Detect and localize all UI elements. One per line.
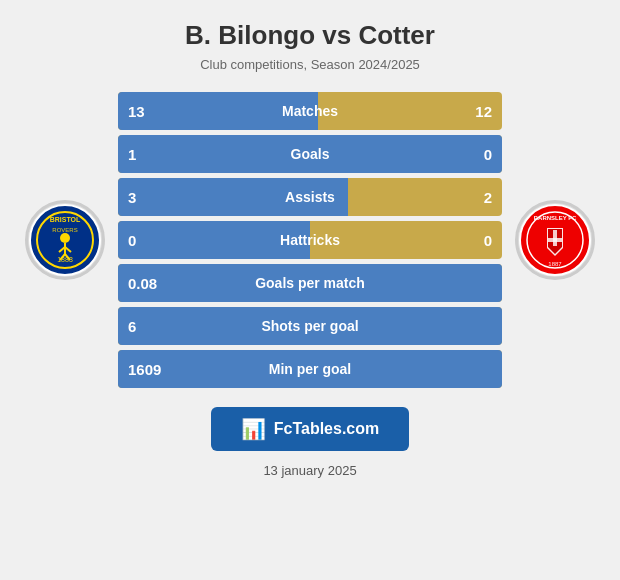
stat-left-shots_per_goal: 6 bbox=[128, 318, 136, 335]
stat-label-matches: Matches bbox=[282, 103, 338, 119]
svg-text:ROVERS: ROVERS bbox=[52, 227, 77, 233]
right-club-logo: BARNSLEY FC 1887 bbox=[510, 200, 600, 280]
stat-row-hattricks: 0Hattricks0 bbox=[118, 221, 502, 259]
stat-label-assists: Assists bbox=[285, 189, 335, 205]
page-subtitle: Club competitions, Season 2024/2025 bbox=[200, 57, 420, 72]
stats-container: 13Matches121Goals03Assists20Hattricks00.… bbox=[118, 92, 502, 388]
stat-left-goals: 1 bbox=[128, 146, 136, 163]
stat-left-assists: 3 bbox=[128, 189, 136, 206]
stat-label-hattricks: Hattricks bbox=[280, 232, 340, 248]
fctables-icon: 📊 bbox=[241, 417, 266, 441]
footer-date: 13 january 2025 bbox=[263, 463, 356, 478]
svg-text:BARNSLEY FC: BARNSLEY FC bbox=[534, 215, 577, 221]
stat-left-goals_per_match: 0.08 bbox=[128, 275, 157, 292]
stat-right-goals: 0 bbox=[484, 146, 492, 163]
svg-point-5 bbox=[60, 233, 70, 243]
stat-row-goals: 1Goals0 bbox=[118, 135, 502, 173]
stat-right-assists: 2 bbox=[484, 189, 492, 206]
fctables-text: FcTables.com bbox=[274, 420, 380, 438]
stat-row-matches: 13Matches12 bbox=[118, 92, 502, 130]
stat-label-min_per_goal: Min per goal bbox=[269, 361, 351, 377]
left-club-logo: BRISTOL ROVERS 1883 bbox=[20, 200, 110, 280]
fctables-banner: 📊 FcTables.com bbox=[211, 407, 410, 451]
stat-left-matches: 13 bbox=[128, 103, 145, 120]
stat-row-goals_per_match: 0.08Goals per match bbox=[118, 264, 502, 302]
stat-row-min_per_goal: 1609Min per goal bbox=[118, 350, 502, 388]
svg-text:1887: 1887 bbox=[548, 261, 562, 267]
stat-label-goals: Goals bbox=[291, 146, 330, 162]
stat-label-shots_per_goal: Shots per goal bbox=[261, 318, 358, 334]
stat-row-shots_per_goal: 6Shots per goal bbox=[118, 307, 502, 345]
stat-label-goals_per_match: Goals per match bbox=[255, 275, 365, 291]
stat-right-matches: 12 bbox=[475, 103, 492, 120]
svg-text:BRISTOL: BRISTOL bbox=[50, 216, 81, 223]
stat-left-min_per_goal: 1609 bbox=[128, 361, 161, 378]
stat-right-hattricks: 0 bbox=[484, 232, 492, 249]
svg-rect-16 bbox=[548, 238, 562, 242]
stat-left-hattricks: 0 bbox=[128, 232, 136, 249]
stat-row-assists: 3Assists2 bbox=[118, 178, 502, 216]
page-title: B. Bilongo vs Cotter bbox=[185, 20, 435, 51]
